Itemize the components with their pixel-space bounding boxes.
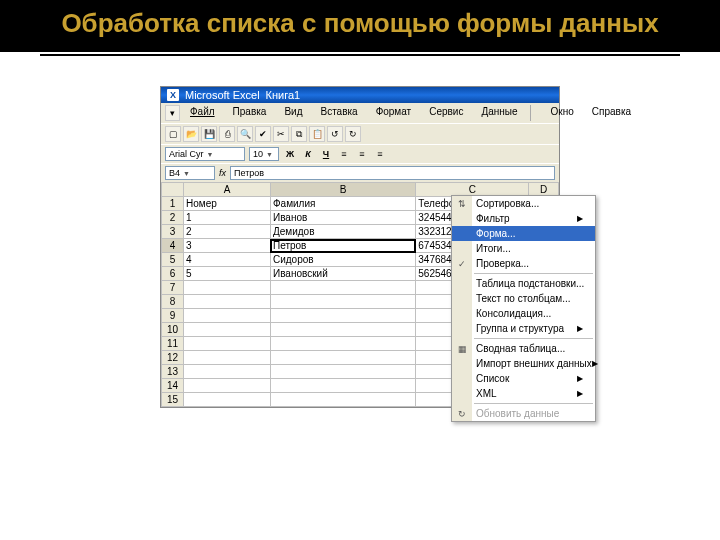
menu-item-14[interactable]: XML▶ — [452, 386, 595, 401]
menu-data[interactable]: Данные — [473, 105, 525, 121]
cell-A3[interactable]: 2 — [184, 225, 271, 239]
row-header-4[interactable]: 4 — [162, 239, 184, 253]
redo-icon[interactable]: ↻ — [345, 126, 361, 142]
cell-A6[interactable]: 5 — [184, 267, 271, 281]
menu-item-4[interactable]: ✓Проверка... — [452, 256, 595, 271]
menu-item-6[interactable]: Таблица подстановки... — [452, 276, 595, 291]
preview-icon[interactable]: 🔍 — [237, 126, 253, 142]
cell-A10[interactable] — [184, 323, 271, 337]
row-header-3[interactable]: 3 — [162, 225, 184, 239]
formula-bar[interactable]: Петров — [230, 166, 555, 180]
cell-A12[interactable] — [184, 351, 271, 365]
menu-item-16: ↻Обновить данные — [452, 406, 595, 421]
cell-B10[interactable] — [270, 323, 415, 337]
menu-format[interactable]: Формат — [368, 105, 420, 121]
cell-B3[interactable]: Демидов — [270, 225, 415, 239]
menu-item-label: Сортировка... — [476, 198, 539, 209]
row-header-8[interactable]: 8 — [162, 295, 184, 309]
undo-icon[interactable]: ↺ — [327, 126, 343, 142]
fx-icon[interactable]: fx — [219, 168, 226, 178]
font-size-selector[interactable]: 10▼ — [249, 147, 279, 161]
menu-window[interactable]: Окно — [543, 105, 582, 121]
menu-tools[interactable]: Сервис — [421, 105, 471, 121]
menu-insert[interactable]: Вставка — [312, 105, 365, 121]
cell-A8[interactable] — [184, 295, 271, 309]
menu-item-1[interactable]: Фильтр▶ — [452, 211, 595, 226]
cell-B12[interactable] — [270, 351, 415, 365]
row-header-5[interactable]: 5 — [162, 253, 184, 267]
cell-B6[interactable]: Ивановский — [270, 267, 415, 281]
italic-button[interactable]: К — [301, 147, 315, 161]
row-header-1[interactable]: 1 — [162, 197, 184, 211]
cut-icon[interactable]: ✂ — [273, 126, 289, 142]
open-icon[interactable]: 📂 — [183, 126, 199, 142]
menu-item-9[interactable]: Группа и структура▶ — [452, 321, 595, 336]
cell-A14[interactable] — [184, 379, 271, 393]
menu-item-2[interactable]: Форма... — [452, 226, 595, 241]
row-header-12[interactable]: 12 — [162, 351, 184, 365]
menu-item-11[interactable]: ▦Сводная таблица... — [452, 341, 595, 356]
app-menu-icon[interactable]: ▾ — [165, 105, 180, 121]
menu-item-13[interactable]: Список▶ — [452, 371, 595, 386]
save-icon[interactable]: 💾 — [201, 126, 217, 142]
bold-button[interactable]: Ж — [283, 147, 297, 161]
menu-help[interactable]: Справка — [584, 105, 639, 121]
titlebar: X Microsoft Excel Книга1 — [161, 87, 559, 103]
cell-B5[interactable]: Сидоров — [270, 253, 415, 267]
align-center-icon[interactable]: ≡ — [355, 147, 369, 161]
cell-A7[interactable] — [184, 281, 271, 295]
excel-icon: X — [167, 89, 179, 101]
app-name: Microsoft Excel — [185, 89, 260, 101]
cell-A11[interactable] — [184, 337, 271, 351]
cell-B7[interactable] — [270, 281, 415, 295]
row-header-10[interactable]: 10 — [162, 323, 184, 337]
select-all-corner[interactable] — [162, 183, 184, 197]
cell-B13[interactable] — [270, 365, 415, 379]
spell-icon[interactable]: ✔ — [255, 126, 271, 142]
cell-B9[interactable] — [270, 309, 415, 323]
menu-item-label: Форма... — [476, 228, 516, 239]
cell-A4[interactable]: 3 — [184, 239, 271, 253]
menu-item-7[interactable]: Текст по столбцам... — [452, 291, 595, 306]
name-box[interactable]: B4▼ — [165, 166, 215, 180]
align-left-icon[interactable]: ≡ — [337, 147, 351, 161]
cell-B8[interactable] — [270, 295, 415, 309]
cell-B2[interactable]: Иванов — [270, 211, 415, 225]
menu-item-12[interactable]: Импорт внешних данных▶ — [452, 356, 595, 371]
align-right-icon[interactable]: ≡ — [373, 147, 387, 161]
menu-item-8[interactable]: Консолидация... — [452, 306, 595, 321]
row-header-15[interactable]: 15 — [162, 393, 184, 407]
font-selector[interactable]: Arial Cyr▼ — [165, 147, 245, 161]
menu-item-3[interactable]: Итоги... — [452, 241, 595, 256]
cell-B14[interactable] — [270, 379, 415, 393]
new-icon[interactable]: ▢ — [165, 126, 181, 142]
menu-file[interactable]: Файл — [182, 105, 223, 121]
menu-edit[interactable]: Правка — [225, 105, 275, 121]
cell-A13[interactable] — [184, 365, 271, 379]
menu-item-0[interactable]: ⇅Сортировка... — [452, 196, 595, 211]
row-header-9[interactable]: 9 — [162, 309, 184, 323]
cell-B4[interactable]: Петров — [270, 239, 415, 253]
cell-A1[interactable]: Номер — [184, 197, 271, 211]
menu-view[interactable]: Вид — [276, 105, 310, 121]
paste-icon[interactable]: 📋 — [309, 126, 325, 142]
print-icon[interactable]: ⎙ — [219, 126, 235, 142]
cell-A15[interactable] — [184, 393, 271, 407]
cell-B11[interactable] — [270, 337, 415, 351]
formula-bar-row: B4▼ fx Петров — [161, 163, 559, 182]
row-header-13[interactable]: 13 — [162, 365, 184, 379]
col-header-A[interactable]: A — [184, 183, 271, 197]
row-header-6[interactable]: 6 — [162, 267, 184, 281]
cell-B15[interactable] — [270, 393, 415, 407]
cell-A9[interactable] — [184, 309, 271, 323]
copy-icon[interactable]: ⧉ — [291, 126, 307, 142]
row-header-2[interactable]: 2 — [162, 211, 184, 225]
cell-A2[interactable]: 1 — [184, 211, 271, 225]
cell-B1[interactable]: Фамилия — [270, 197, 415, 211]
row-header-14[interactable]: 14 — [162, 379, 184, 393]
row-header-11[interactable]: 11 — [162, 337, 184, 351]
underline-button[interactable]: Ч — [319, 147, 333, 161]
cell-A5[interactable]: 4 — [184, 253, 271, 267]
col-header-B[interactable]: B — [270, 183, 415, 197]
row-header-7[interactable]: 7 — [162, 281, 184, 295]
